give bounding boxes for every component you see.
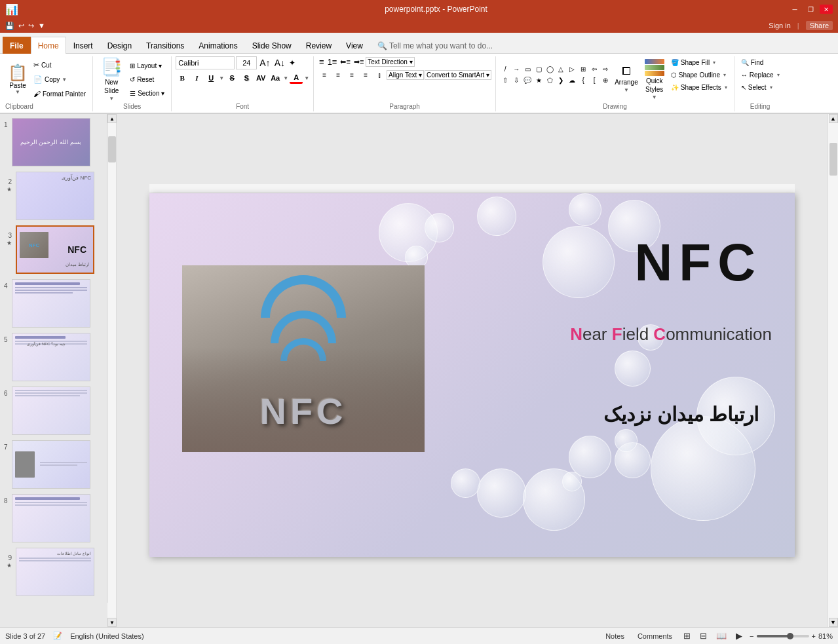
tab-view[interactable]: View <box>339 37 370 54</box>
shape-arrow5[interactable]: ⇩ <box>511 75 522 86</box>
slide-thumb-3[interactable]: 3 ★ NFC NFC ارتباط میدان <box>3 224 104 275</box>
shadow-button[interactable]: S <box>240 72 253 84</box>
zoom-out-button[interactable]: − <box>750 632 753 640</box>
slide-thumb-4[interactable]: 4 <box>3 278 104 329</box>
select-button[interactable]: ↖ Select ▾ <box>738 81 775 93</box>
slide-thumb-6[interactable]: 6 <box>3 385 104 436</box>
shape-callout[interactable]: 💬 <box>522 75 533 86</box>
shape-arrow2[interactable]: ⇦ <box>589 64 600 75</box>
minimize-button[interactable]: ─ <box>788 5 801 14</box>
zoom-in-button[interactable]: + <box>812 632 816 640</box>
tab-animations[interactable]: Animations <box>191 37 244 54</box>
tab-tellme[interactable]: 🔍 Tell me what you want to do... <box>370 37 500 54</box>
vscroll-up-button[interactable]: ▲ <box>829 114 838 123</box>
justify-button[interactable]: ≡ <box>359 69 372 81</box>
customize-qa-button[interactable]: ▼ <box>38 22 45 29</box>
replace-button[interactable]: ↔ Replace ▾ <box>738 69 782 81</box>
copy-button[interactable]: 📄Copy▼ <box>31 73 88 86</box>
bold-button[interactable]: B <box>176 72 189 84</box>
shape-tri[interactable]: △ <box>556 64 566 75</box>
vscroll-down-button[interactable]: ▼ <box>829 618 838 627</box>
align-right-button[interactable]: ≡ <box>345 69 358 81</box>
tab-transitions[interactable]: Transitions <box>139 37 191 54</box>
convert-smartart-button[interactable]: Convert to SmartArt ▾ <box>425 70 491 80</box>
shape-rt[interactable]: ▷ <box>567 64 577 75</box>
clear-format-button[interactable]: ✦ <box>288 58 297 67</box>
tab-design[interactable]: Design <box>100 37 139 54</box>
shape-rect[interactable]: ▭ <box>522 64 533 75</box>
close-button[interactable]: ✕ <box>820 5 833 14</box>
scroll-down-button[interactable]: ▼ <box>107 618 117 627</box>
quick-styles-button[interactable]: Quick Styles ▼ <box>642 60 667 99</box>
increase-font-button[interactable]: A↑ <box>258 58 271 68</box>
shape-rounded[interactable]: ▢ <box>533 64 544 75</box>
paste-button[interactable]: 📋 Paste ▼ <box>5 56 30 102</box>
tab-slideshow[interactable]: Slide Show <box>245 37 299 54</box>
fontcolor-arrow[interactable]: ▼ <box>304 75 309 81</box>
view-slide-sorter[interactable]: ⊟ <box>698 630 709 641</box>
bullets-button[interactable]: ≡ <box>318 56 326 67</box>
slide-preview-7[interactable] <box>12 440 90 489</box>
case-arrow[interactable]: ▼ <box>283 75 288 81</box>
section-button[interactable]: ☰ Section ▾ <box>127 86 167 100</box>
slide-canvas[interactable]: NFC NFC Near Field Communication ارتباط … <box>149 193 795 557</box>
view-normal[interactable]: ⊞ <box>681 630 693 641</box>
shape-star[interactable]: ★ <box>533 75 544 86</box>
tab-file[interactable]: File <box>3 37 31 54</box>
change-case-button[interactable]: Aa <box>269 72 282 84</box>
undo-button[interactable]: ↩ <box>18 22 24 30</box>
font-size-input[interactable] <box>236 56 257 69</box>
shape-arrow[interactable]: → <box>511 64 522 75</box>
shape-cloud[interactable]: ☁ <box>567 75 577 86</box>
save-button[interactable]: 💾 <box>5 22 14 30</box>
align-text-button[interactable]: Align Text ▾ <box>387 70 424 80</box>
shape-pentagon[interactable]: ⬠ <box>544 75 555 86</box>
shape-oval[interactable]: ◯ <box>544 64 555 75</box>
slide-preview-4[interactable] <box>12 279 90 328</box>
strikethrough-button[interactable]: S <box>225 72 238 84</box>
shape-more[interactable]: ⊞ <box>578 64 588 75</box>
tab-review[interactable]: Review <box>299 37 339 54</box>
text-direction-button[interactable]: Text Direction ▾ <box>366 57 414 67</box>
slide-thumb-7[interactable]: 7 <box>3 439 104 490</box>
restore-button[interactable]: ❐ <box>804 5 817 14</box>
shape-brace[interactable]: { <box>578 75 588 86</box>
layout-button[interactable]: ⊞ Layout ▾ <box>127 59 167 72</box>
comments-button[interactable]: Comments <box>634 631 676 641</box>
scroll-thumb[interactable] <box>108 136 116 162</box>
slide-preview-3[interactable]: NFC NFC ارتباط میدان <box>16 225 94 274</box>
shape-arrow4[interactable]: ⇧ <box>500 75 510 86</box>
underline-button[interactable]: U <box>204 72 218 84</box>
font-color-button[interactable]: A <box>290 72 303 84</box>
new-slide-button[interactable]: 📑 New Slide ▼ <box>97 56 126 102</box>
shape-bracket[interactable]: [ <box>589 75 600 86</box>
slide-preview-8[interactable] <box>12 494 90 542</box>
decrease-indent-button[interactable]: ⬅≡ <box>339 57 351 67</box>
scroll-up-button[interactable]: ▲ <box>107 114 117 123</box>
slide-preview-6[interactable] <box>12 387 90 435</box>
tab-insert[interactable]: Insert <box>66 37 100 54</box>
slide-preview-9[interactable]: انواع تبادل اطلاعات <box>16 548 94 596</box>
shape-fill-button[interactable]: 🪣 Shape Fill ▾ <box>668 56 730 68</box>
decrease-font-button[interactable]: A↓ <box>273 58 286 68</box>
slide-thumb-2[interactable]: 2 ★ فن‌آوری NFC <box>3 170 104 221</box>
shape-outline-button[interactable]: ⬡ Shape Outline ▾ <box>668 69 730 81</box>
notes-button[interactable]: Notes <box>601 631 628 641</box>
view-slideshow[interactable]: ▶ <box>734 630 744 641</box>
shape-arrow3[interactable]: ⇨ <box>600 64 611 75</box>
signin-button[interactable]: Sign in <box>769 22 791 29</box>
align-left-button[interactable]: ≡ <box>318 69 331 81</box>
shape-expand[interactable]: ⊕ <box>600 75 611 86</box>
char-spacing-button[interactable]: AV <box>254 72 267 84</box>
tab-home[interactable]: Home <box>31 37 66 54</box>
shape-effects-button[interactable]: ✨ Shape Effects ▾ <box>668 81 730 93</box>
slide-preview-2[interactable]: فن‌آوری NFC <box>16 172 94 220</box>
increase-indent-button[interactable]: ➡≡ <box>352 57 365 67</box>
numbering-button[interactable]: 1≡ <box>326 56 339 67</box>
slide-thumb-9[interactable]: 9 ★ انواع تبادل اطلاعات <box>3 546 104 597</box>
slide-thumb-5[interactable]: 5 فن‌آوری NFC چیه بود؟ <box>3 331 104 383</box>
align-center-button[interactable]: ≡ <box>332 69 345 81</box>
italic-button[interactable]: I <box>190 72 203 84</box>
vscroll-thumb[interactable] <box>829 143 837 176</box>
arrange-button[interactable]: ⧠ Arrange ▼ <box>612 60 641 99</box>
